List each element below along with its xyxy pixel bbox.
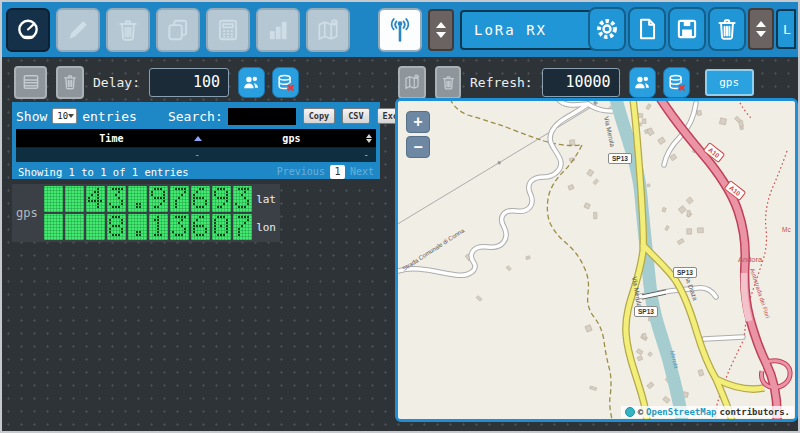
delete-nav-button[interactable] [106,8,150,52]
sort-both-icon [366,134,372,143]
table-info: Showing 1 to 1 of 1 entries [18,166,189,178]
gps-display-rows: lat lon [44,186,276,240]
delete-flow-button[interactable] [708,7,746,51]
refresh-label: Refresh: [470,75,533,90]
matrix-digit-cell [65,214,84,240]
zoom-out-button[interactable]: − [406,136,430,158]
matrix-digit-cell [191,186,210,212]
gauge-icon [15,17,41,43]
lon-matrix-display [44,214,252,240]
save-button[interactable] [668,7,706,51]
spinner-up-icon [756,21,766,27]
antenna-icon [386,16,414,44]
openstreetmap-link[interactable]: OpenStreetMap [646,407,716,417]
lat-matrix-display [44,186,252,212]
road-shield-sp13: SP13 [634,306,658,317]
device-name-field[interactable]: LoRa RX [460,10,596,50]
matrix-digit-cell [170,214,189,240]
database-clear-button[interactable] [272,67,299,98]
search-label: Search: [168,109,223,124]
map-land [398,101,795,419]
map-icon [315,17,341,43]
copy-button[interactable]: Copy [303,108,335,124]
spinner-down-icon [756,31,766,37]
top-toolbar: LoRa RX [2,2,798,57]
entries-label: entries [82,109,137,124]
gps-layer-label: gps [719,76,739,89]
secondary-name-field[interactable]: L [776,9,796,49]
matrix-digit-cell [149,214,168,240]
data-table-widget: Show 10 entries Search: Copy CSV Excel T… [12,102,380,179]
copy-icon [165,17,191,43]
device-name-value: LoRa RX [474,22,547,38]
delay-control-row: Delay: 100 [14,64,299,100]
calculator-icon [215,17,241,43]
table-row[interactable]: - - [16,147,376,162]
users-button[interactable] [629,67,656,98]
gauge-nav-button[interactable] [6,8,50,52]
map-icon [403,73,421,91]
dashboard-window: LoRa RX [0,0,800,433]
osm-map-graphic: Via Merula Via Merula Via Diaza Strada C… [398,101,795,419]
table-controls: Show 10 entries Search: Copy CSV Excel [16,105,376,127]
column-header-gps[interactable]: gps [207,129,376,147]
matrix-digit-cell [212,186,231,212]
map-zoom-control: + − [406,111,430,158]
map-widget-button[interactable] [398,66,426,99]
users-button[interactable] [238,67,265,98]
clear-table-button[interactable] [56,66,84,99]
settings-button[interactable] [588,7,626,51]
road-shield-sp13: SP13 [608,153,632,164]
chart-nav-button[interactable] [256,8,300,52]
matrix-digit-cell [128,186,147,212]
matrix-digit-cell [233,186,252,212]
database-x-icon [666,72,687,93]
page-number[interactable]: 1 [330,165,345,179]
search-input[interactable] [228,108,296,125]
calculator-nav-button[interactable] [206,8,250,52]
matrix-digit-cell [44,186,63,212]
next-button[interactable]: Next [350,166,374,177]
column-label: gps [282,133,300,144]
database-clear-button[interactable] [663,67,690,98]
bar-chart-icon [265,17,291,43]
trash-icon [61,73,79,91]
cell-gps: - [207,150,376,160]
pagination: Previous 1 Next [277,165,374,179]
table-header: Time gps [16,129,376,147]
spinner-up-icon [436,22,446,28]
gps-layer-button[interactable]: gps [705,69,754,96]
map-nav-button[interactable] [306,8,350,52]
chevron-down-icon [68,114,74,118]
antenna-button[interactable] [378,8,422,52]
matrix-digit-cell [86,214,105,240]
page-size-select[interactable]: 10 [52,108,77,124]
matrix-digit-cell [44,214,63,240]
map-widget[interactable]: Via Merula Via Merula Via Diaza Strada C… [395,98,798,422]
road-shield-sp13: SP13 [673,267,697,278]
delay-input[interactable]: 100 [149,68,229,97]
csv-button[interactable]: CSV [342,108,369,124]
matrix-digit-cell [107,186,126,212]
clear-map-button[interactable] [435,66,461,99]
map-canvas[interactable]: Via Merula Via Merula Via Diaza Strada C… [398,101,795,419]
refresh-input[interactable]: 10000 [542,68,620,97]
trash-icon [115,17,141,43]
copy-nav-button[interactable] [156,8,200,52]
edit-nav-button[interactable] [56,8,100,52]
people-icon [241,72,261,92]
contributors-text: contributors. [720,407,790,417]
trash-icon [440,74,457,91]
secondary-selector-spinner[interactable] [748,8,774,50]
zoom-in-button[interactable]: + [406,111,430,133]
table-widget-button[interactable] [14,66,47,99]
delay-label: Delay: [93,75,140,90]
copyright-symbol: © [638,407,643,417]
new-document-button[interactable] [628,7,666,51]
pencil-icon [65,17,91,43]
previous-button[interactable]: Previous [277,166,325,177]
column-header-time[interactable]: Time [16,129,207,147]
table-icon [21,72,41,92]
toolbar-right-group: L [588,7,796,51]
device-selector-spinner[interactable] [428,9,454,51]
